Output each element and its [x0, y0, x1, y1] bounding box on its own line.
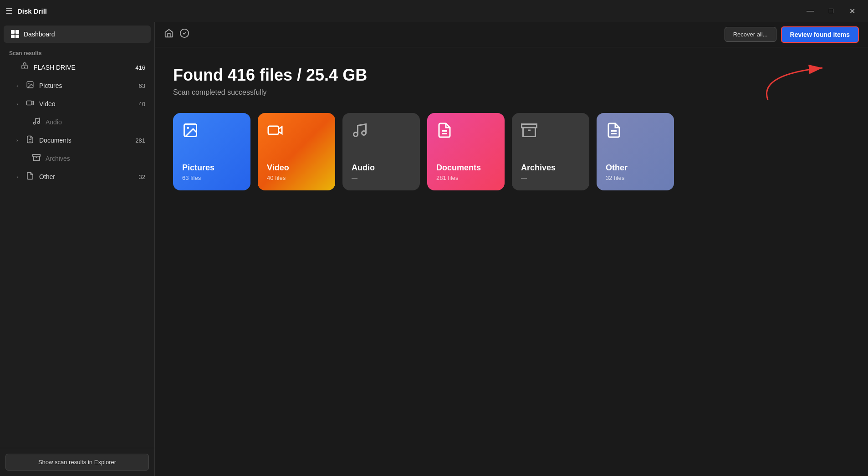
card-other[interactable]: Other 32 files	[597, 113, 674, 190]
documents-count: 281	[135, 137, 145, 144]
svg-rect-9	[33, 154, 41, 156]
flash-drive-count: 416	[135, 64, 145, 71]
expand-arrow: ›	[16, 101, 23, 107]
other-count: 32	[139, 174, 145, 180]
svg-point-14	[187, 127, 189, 129]
other-card-label: Other	[606, 163, 628, 173]
topbar: Recover all... Review found items	[155, 22, 868, 47]
other-card-icon	[606, 122, 622, 142]
svg-point-17	[362, 131, 366, 135]
card-audio[interactable]: Audio —	[342, 113, 420, 190]
dashboard-icon	[11, 30, 19, 38]
show-explorer-button[interactable]: Show scan results in Explorer	[5, 454, 149, 471]
archives-card-label: Archives	[521, 163, 556, 173]
svg-rect-20	[522, 124, 537, 128]
svg-point-5	[33, 122, 36, 124]
card-video[interactable]: Video 40 files	[258, 113, 335, 190]
video-card-count: 40 files	[267, 174, 286, 181]
window-controls: — □ ✕	[800, 0, 863, 22]
home-icon[interactable]	[164, 28, 174, 41]
pictures-card-count: 63 files	[182, 174, 201, 181]
video-icon	[26, 99, 35, 109]
category-cards: Pictures 63 files Video 40 files	[173, 113, 850, 190]
pictures-card-icon	[182, 122, 199, 142]
menu-icon[interactable]: ☰	[5, 6, 13, 16]
close-button[interactable]: ✕	[842, 0, 863, 22]
other-card-count: 32 files	[606, 174, 624, 181]
drive-icon	[20, 62, 29, 72]
archives-icon	[32, 154, 41, 164]
expand-arrow: ›	[16, 83, 23, 88]
video-label: Video	[39, 100, 139, 107]
minimize-button[interactable]: —	[800, 0, 821, 22]
pictures-icon	[26, 81, 35, 91]
archives-card-icon	[521, 122, 537, 142]
scan-results-label: Scan results	[0, 46, 154, 58]
video-card-label: Video	[267, 163, 289, 173]
card-archives[interactable]: Archives —	[512, 113, 589, 190]
topbar-actions: Recover all... Review found items	[725, 26, 859, 43]
card-documents[interactable]: Documents 281 files	[427, 113, 505, 190]
sidebar-item-flash-drive[interactable]: FLASH DRIVE 416	[2, 59, 153, 76]
sidebar-dashboard[interactable]: Dashboard	[4, 26, 151, 43]
sidebar-item-pictures[interactable]: › Pictures 63	[2, 77, 153, 94]
flash-drive-label: FLASH DRIVE	[34, 64, 135, 71]
svg-point-16	[354, 133, 358, 137]
expand-arrow: ›	[16, 138, 23, 143]
sidebar-item-documents[interactable]: › Documents 281	[2, 132, 153, 149]
svg-point-3	[28, 83, 29, 84]
audio-icon	[32, 117, 41, 127]
documents-icon	[26, 135, 35, 145]
pictures-card-label: Pictures	[182, 163, 214, 173]
card-pictures[interactable]: Pictures 63 files	[173, 113, 250, 190]
main-content: Recover all... Review found items Found …	[155, 22, 868, 476]
svg-point-6	[37, 122, 40, 124]
audio-label: Audio	[46, 118, 145, 126]
content-area: Found 416 files / 25.4 GB Scan completed…	[155, 47, 868, 476]
pictures-label: Pictures	[39, 82, 139, 89]
documents-card-icon	[436, 122, 453, 142]
other-icon	[26, 172, 35, 182]
review-found-items-button[interactable]: Review found items	[781, 26, 859, 43]
sidebar-footer: Show scan results in Explorer	[0, 448, 154, 476]
documents-label: Documents	[39, 137, 135, 144]
documents-card-label: Documents	[436, 163, 481, 173]
audio-card-label: Audio	[352, 163, 375, 173]
expand-arrow: ›	[16, 174, 23, 179]
app-body: Dashboard Scan results FLASH DRIVE 416 ›	[0, 22, 868, 476]
documents-card-count: 281 files	[436, 174, 458, 181]
sidebar-item-other[interactable]: › Other 32	[2, 168, 153, 185]
dashboard-label: Dashboard	[24, 31, 55, 38]
audio-card-count: —	[352, 174, 357, 181]
recover-all-button[interactable]: Recover all...	[725, 27, 776, 42]
sidebar-item-audio[interactable]: Audio	[2, 113, 153, 131]
video-count: 40	[139, 101, 145, 107]
other-label: Other	[39, 173, 139, 180]
video-card-icon	[267, 122, 283, 142]
app-title: Disk Drill	[17, 7, 47, 15]
svg-rect-15	[268, 126, 279, 134]
titlebar: ☰ Disk Drill — □ ✕	[0, 0, 868, 22]
found-title: Found 416 files / 25.4 GB	[173, 66, 850, 85]
sidebar-item-video[interactable]: › Video 40	[2, 95, 153, 113]
sidebar: Dashboard Scan results FLASH DRIVE 416 ›	[0, 22, 155, 476]
check-circle-icon	[179, 28, 189, 41]
audio-card-icon	[352, 122, 368, 142]
pictures-count: 63	[139, 82, 145, 89]
scan-status: Scan completed successfully	[173, 88, 850, 97]
maximize-button[interactable]: □	[821, 0, 842, 22]
svg-point-1	[24, 67, 25, 68]
archives-label: Archives	[46, 155, 145, 162]
sidebar-item-archives[interactable]: Archives	[2, 150, 153, 167]
archives-card-count: —	[521, 174, 527, 181]
svg-rect-4	[27, 101, 32, 105]
